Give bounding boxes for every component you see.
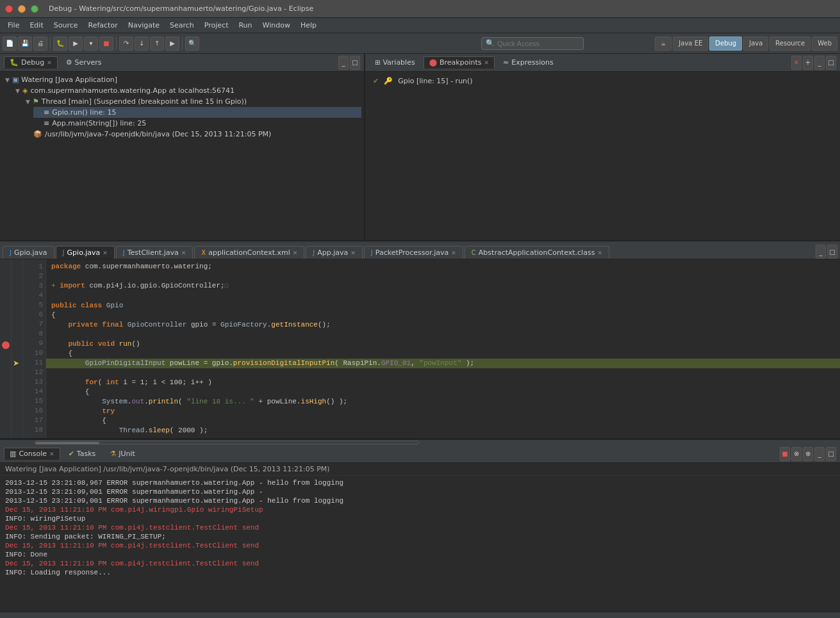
menu-run[interactable]: Run xyxy=(233,20,257,31)
perspective-resource[interactable]: Resource xyxy=(770,37,811,51)
console-output: 2013-12-15 23:21:08,967 ERROR supermanha… xyxy=(0,476,840,612)
menu-source[interactable]: Source xyxy=(49,20,83,31)
tab-bp-close[interactable]: ✕ xyxy=(484,60,489,66)
quick-access-input[interactable] xyxy=(497,40,574,47)
console-hscrollbar[interactable] xyxy=(0,612,840,618)
tab-packetprocessor-close[interactable]: ✕ xyxy=(451,250,456,256)
tree-item-jvm[interactable]: 📦 /usr/lib/jvm/java-7-openjdk/bin/java (… xyxy=(23,129,361,140)
menu-project[interactable]: Project xyxy=(199,20,234,31)
tab-servers[interactable]: ⚙ Servers xyxy=(60,56,108,69)
editor-tab-packetprocessor[interactable]: J PacketProcessor.java ✕ xyxy=(364,246,463,259)
editor-tab-gpio-2[interactable]: J Gpio.java ✕ xyxy=(56,246,115,259)
toolbar-step-out[interactable]: ↑ xyxy=(150,37,164,51)
editor-tab-gpio-1[interactable]: J Gpio.java xyxy=(3,246,54,259)
breakpoint-entry[interactable]: ✔ 🔑 Gpio [line: 15] - run() xyxy=(368,74,837,88)
close-button[interactable] xyxy=(5,5,13,13)
debug-gutter: ➤ xyxy=(12,259,23,438)
editor-tab-abstract[interactable]: C AbstractApplicationContext.class ✕ xyxy=(465,246,609,259)
toolbar-run-drop[interactable]: ▾ xyxy=(84,37,98,51)
console-scroll-lock[interactable]: ⊕ xyxy=(803,447,813,461)
editor-tab-app[interactable]: J App.java ✕ xyxy=(306,246,363,259)
console-stop-btn[interactable]: ■ xyxy=(780,447,790,461)
debug-tree: ▼ ▣ Watering [Java Application] ▼ ◈ com.… xyxy=(0,72,364,240)
tab-testclient-close[interactable]: ✕ xyxy=(181,250,186,256)
tab-junit[interactable]: ⚗ JUnit xyxy=(104,448,141,460)
tab-xml-close[interactable]: ✕ xyxy=(293,250,298,256)
debug-minimize-btn[interactable]: _ xyxy=(338,56,349,70)
menu-refactor[interactable]: Refactor xyxy=(83,20,123,31)
perspective-java-ee-icon[interactable]: ☕ xyxy=(655,37,671,51)
tree-item-app-main[interactable]: ≡ App.main(String[]) line: 25 xyxy=(33,118,361,129)
console-line: INFO: Sending packet: WIRING_PI_SETUP; xyxy=(5,532,835,541)
toolbar-sep-3 xyxy=(182,37,183,50)
bp-remove-btn[interactable]: ✕ xyxy=(791,56,802,70)
tab-gpio-2-close[interactable]: ✕ xyxy=(103,250,108,256)
console-line-red: Dec 15, 2013 11:21:10 PM com.pi4j.testcl… xyxy=(5,559,835,568)
tree-item-gpio-run[interactable]: ≡ Gpio.run() line: 15 xyxy=(33,107,361,118)
perspective-debug[interactable]: Debug xyxy=(709,37,742,51)
tab-expressions[interactable]: ≈ Expressions xyxy=(497,56,559,69)
code-editor[interactable]: package com.supermanhamuerto.watering; +… xyxy=(46,259,840,438)
console-clear-btn[interactable]: ⊗ xyxy=(791,447,802,461)
maximize-button[interactable] xyxy=(31,5,38,13)
toolbar-run[interactable]: ▶ xyxy=(69,37,83,51)
toolbar-step-into[interactable]: ↓ xyxy=(135,37,149,51)
console-line: INFO: Loading response... xyxy=(5,568,835,577)
editor-tab-testclient[interactable]: J TestClient.java ✕ xyxy=(116,246,194,259)
editor-hscroll-track[interactable] xyxy=(35,441,419,444)
title-bar: Debug - Watering/src/com/supermanhamuert… xyxy=(0,0,840,18)
editor-maximize-btn[interactable]: □ xyxy=(827,245,837,259)
editor-minimize-btn[interactable]: _ xyxy=(816,245,826,259)
tab-app-close[interactable]: ✕ xyxy=(350,250,356,256)
toolbar-save[interactable]: 💾 xyxy=(18,37,32,51)
tab-breakpoints[interactable]: ⬤ Breakpoints ✕ xyxy=(424,56,495,69)
toolbar-debug[interactable]: 🐛 xyxy=(53,37,67,51)
debug-maximize-btn[interactable]: □ xyxy=(350,56,360,70)
toolbar-search[interactable]: 🔍 xyxy=(185,37,199,51)
menu-bar: File Edit Source Refactor Navigate Searc… xyxy=(0,18,840,33)
toolbar-step-over[interactable]: ↷ xyxy=(119,37,133,51)
quick-access-box[interactable]: 🔍 xyxy=(481,37,584,50)
bp-minimize[interactable]: _ xyxy=(814,56,825,70)
tab-console-close[interactable]: ✕ xyxy=(49,451,54,457)
editor-hscroll-thumb[interactable] xyxy=(35,442,99,444)
tree-item-thread[interactable]: ▼ ⚑ Thread [main] (Suspended (breakpoint… xyxy=(23,96,361,107)
console-minimize[interactable]: _ xyxy=(814,447,825,461)
quick-access-area: 🔍 xyxy=(481,37,584,50)
tab-debug-close[interactable]: ✕ xyxy=(47,60,52,66)
debug-panel-buttons: _ □ xyxy=(338,56,360,70)
bp-add-btn[interactable]: + xyxy=(803,56,813,70)
tree-item-watering[interactable]: ▼ ▣ Watering [Java Application] xyxy=(3,74,361,85)
toolbar-stop[interactable]: ■ xyxy=(99,37,113,51)
bp-check-icon[interactable]: ✔ xyxy=(373,77,379,85)
perspective-web[interactable]: Web xyxy=(812,37,837,51)
menu-edit[interactable]: Edit xyxy=(24,20,48,31)
tab-console[interactable]: ▥ Console ✕ xyxy=(4,448,60,460)
menu-navigate[interactable]: Navigate xyxy=(123,20,165,31)
tab-abstract-close[interactable]: ✕ xyxy=(597,250,602,256)
perspective-java-ee[interactable]: Java EE xyxy=(673,37,708,51)
editor-tab-xml[interactable]: X applicationContext.xml ✕ xyxy=(194,246,304,259)
editor-hscrollbar[interactable] xyxy=(0,439,840,445)
menu-file[interactable]: File xyxy=(3,20,24,31)
menu-help[interactable]: Help xyxy=(295,20,322,31)
toolbar-new[interactable]: 📄 xyxy=(3,37,17,51)
app-icon: ▣ xyxy=(12,76,19,84)
server-icon: ⚙ xyxy=(66,58,72,67)
perspective-java[interactable]: Java xyxy=(743,37,768,51)
tab-debug[interactable]: 🐛 Debug ✕ xyxy=(4,56,58,69)
menu-window[interactable]: Window xyxy=(258,20,295,31)
menu-search[interactable]: Search xyxy=(165,20,199,31)
tree-item-app[interactable]: ▼ ◈ com.supermanhamuerto.watering.App at… xyxy=(13,85,361,96)
toolbar-print[interactable]: 🖨 xyxy=(33,37,47,51)
console-maximize[interactable]: □ xyxy=(826,447,836,461)
toolbar-resume[interactable]: ▶ xyxy=(165,37,179,51)
tab-tasks[interactable]: ✔ Tasks xyxy=(63,448,102,460)
xml-file-icon: X xyxy=(201,249,206,256)
window-title: Debug - Watering/src/com/supermanhamuert… xyxy=(49,4,313,13)
thread-icon: ⚑ xyxy=(33,97,39,106)
bp-maximize[interactable]: □ xyxy=(826,56,836,70)
breakpoint-marker[interactable] xyxy=(2,341,10,349)
minimize-button[interactable] xyxy=(18,5,26,13)
tab-variables[interactable]: ⊞ Variables xyxy=(369,56,421,69)
